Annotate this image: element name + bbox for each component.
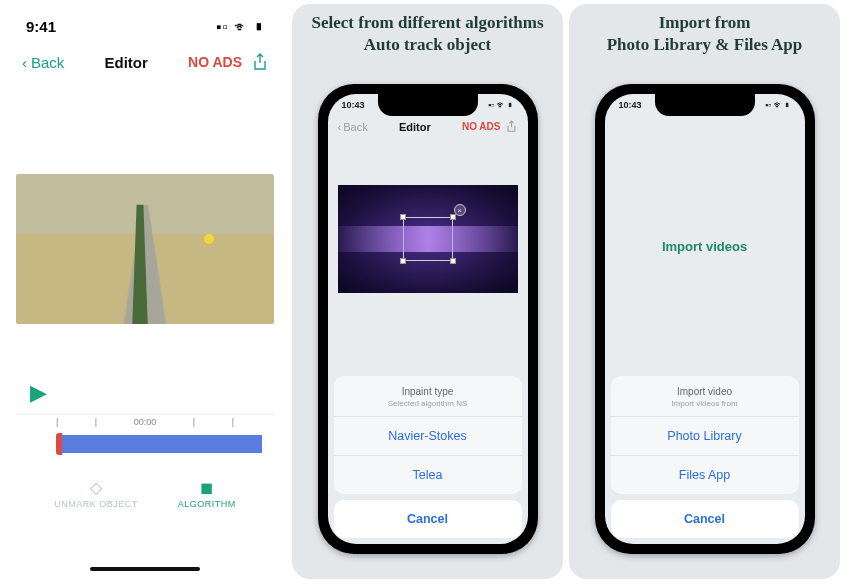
resize-handle-icon[interactable] bbox=[400, 214, 406, 220]
notch bbox=[655, 94, 755, 116]
status-time: 10:43 bbox=[619, 100, 642, 110]
option-navier-stokes[interactable]: Navier-Stokes bbox=[334, 416, 522, 455]
back-label: Back bbox=[31, 54, 64, 71]
status-bar: 9:41 ▪▫ ᯤ ▮ bbox=[4, 4, 286, 35]
option-files-app[interactable]: Files App bbox=[611, 455, 799, 494]
back-label: Back bbox=[343, 121, 367, 133]
sheet-title: Import video bbox=[617, 386, 793, 397]
sheet-subtitle: Selected algorithm NS bbox=[340, 399, 516, 408]
sheet-header: Import video Import videos from bbox=[611, 376, 799, 416]
sheet-title: Inpaint type bbox=[340, 386, 516, 397]
back-button[interactable]: ‹ Back bbox=[338, 121, 368, 133]
status-time: 9:41 bbox=[26, 18, 56, 35]
screenshot-import-sheet: Import from Photo Library & Files App 10… bbox=[569, 4, 840, 579]
square-dot-icon: ◼ bbox=[178, 478, 236, 497]
option-photo-library[interactable]: Photo Library bbox=[611, 416, 799, 455]
status-indicators: ▪▫ ᯤ ▮ bbox=[765, 100, 790, 110]
video-preview[interactable]: × bbox=[338, 185, 518, 293]
play-button[interactable]: ▶ bbox=[30, 380, 286, 406]
page-title: Editor bbox=[399, 121, 431, 133]
share-icon[interactable] bbox=[252, 53, 268, 71]
chevron-left-icon: ‹ bbox=[22, 54, 27, 71]
action-sheet: Inpaint type Selected algorithm NS Navie… bbox=[334, 376, 522, 538]
close-selection-icon[interactable]: × bbox=[454, 204, 466, 216]
resize-handle-icon[interactable] bbox=[450, 258, 456, 264]
action-sheet: Import video Import videos from Photo Li… bbox=[611, 376, 799, 538]
resize-handle-icon[interactable] bbox=[400, 258, 406, 264]
nav-bar: ‹ Back Editor NO ADS bbox=[4, 35, 286, 79]
caption-line-2: Auto track object bbox=[302, 34, 553, 56]
timeline[interactable]: ||00:00|| bbox=[16, 414, 274, 462]
sheet-header: Inpaint type Selected algorithm NS bbox=[334, 376, 522, 416]
option-telea[interactable]: Telea bbox=[334, 455, 522, 494]
page-title: Editor bbox=[105, 54, 148, 71]
notch bbox=[378, 94, 478, 116]
screenshot-algorithm-sheet: Select from different algorithms Auto tr… bbox=[292, 4, 563, 579]
caption-line-1: Select from different algorithms bbox=[302, 12, 553, 34]
tracker-marker-icon[interactable] bbox=[204, 234, 214, 244]
no-ads-button[interactable]: NO ADS bbox=[462, 121, 501, 132]
cancel-button[interactable]: Cancel bbox=[334, 500, 522, 538]
resize-handle-icon[interactable] bbox=[450, 214, 456, 220]
timeline-clip[interactable] bbox=[62, 435, 262, 453]
phone-frame: 10:43 ▪▫ ᯤ ▮ Import videos Import video … bbox=[595, 84, 815, 554]
phone-screen: 10:43 ▪▫ ᯤ ▮ ‹ Back Editor NO ADS bbox=[328, 94, 528, 544]
unmark-object-button[interactable]: ◇ UNMARK OBJECT bbox=[54, 478, 138, 509]
caption-line-1: Import from bbox=[579, 12, 830, 34]
import-videos-button[interactable]: Import videos bbox=[605, 239, 805, 254]
screenshot-editor-main: 9:41 ▪▫ ᯤ ▮ ‹ Back Editor NO ADS ▶ || bbox=[4, 4, 286, 579]
algorithm-label: ALGORITHM bbox=[178, 499, 236, 509]
panel-caption: Select from different algorithms Auto tr… bbox=[292, 4, 563, 60]
share-icon[interactable] bbox=[506, 120, 517, 133]
video-preview[interactable] bbox=[16, 174, 274, 324]
caption-line-2: Photo Library & Files App bbox=[579, 34, 830, 56]
timeline-ticks: ||00:00|| bbox=[16, 415, 274, 427]
phone-frame: 10:43 ▪▫ ᯤ ▮ ‹ Back Editor NO ADS bbox=[318, 84, 538, 554]
status-indicators: ▪▫ ᯤ ▮ bbox=[216, 18, 264, 35]
back-button[interactable]: ‹ Back bbox=[22, 54, 64, 71]
sheet-options: Inpaint type Selected algorithm NS Navie… bbox=[334, 376, 522, 494]
sheet-options: Import video Import videos from Photo Li… bbox=[611, 376, 799, 494]
chevron-left-icon: ‹ bbox=[338, 121, 342, 133]
sheet-subtitle: Import videos from bbox=[617, 399, 793, 408]
panel-caption: Import from Photo Library & Files App bbox=[569, 4, 840, 60]
status-time: 10:43 bbox=[342, 100, 365, 110]
status-indicators: ▪▫ ᯤ ▮ bbox=[488, 100, 513, 110]
selection-box[interactable]: × bbox=[403, 217, 453, 261]
no-ads-button[interactable]: NO ADS bbox=[188, 54, 242, 70]
diamond-icon: ◇ bbox=[54, 478, 138, 497]
unmark-label: UNMARK OBJECT bbox=[54, 499, 138, 509]
bottom-toolbar: ◇ UNMARK OBJECT ◼ ALGORITHM bbox=[4, 478, 286, 509]
algorithm-button[interactable]: ◼ ALGORITHM bbox=[178, 478, 236, 509]
phone-screen: 10:43 ▪▫ ᯤ ▮ Import videos Import video … bbox=[605, 94, 805, 544]
timeline-label: 00:00 bbox=[134, 417, 157, 427]
home-indicator[interactable] bbox=[90, 567, 200, 571]
cancel-button[interactable]: Cancel bbox=[611, 500, 799, 538]
